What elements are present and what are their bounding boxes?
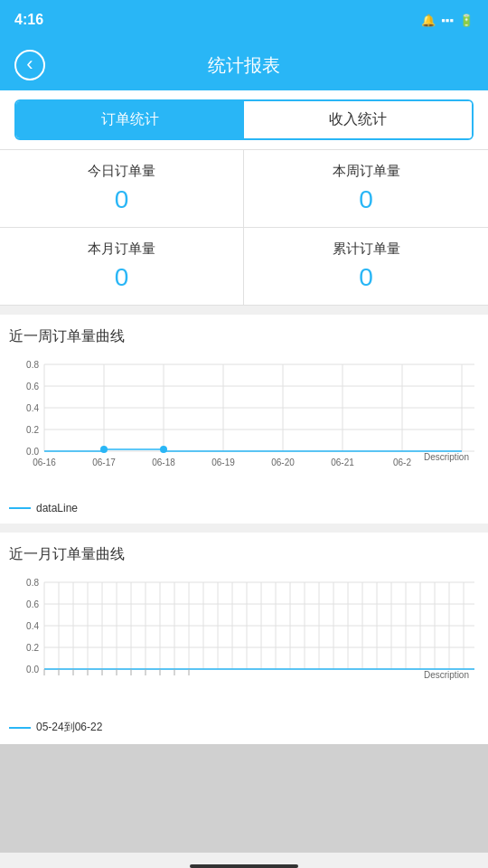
- svg-text:0.4: 0.4: [26, 621, 39, 631]
- battery-icon: 🔋: [459, 14, 474, 27]
- svg-text:06-18: 06-18: [152, 458, 175, 467]
- month-chart-title: 近一月订单量曲线: [9, 545, 479, 564]
- tab-bar: 订单统计 收入统计: [0, 90, 488, 150]
- tab-order-stats[interactable]: 订单统计: [16, 101, 244, 138]
- svg-text:06-16: 06-16: [33, 458, 56, 467]
- svg-text:0.2: 0.2: [26, 643, 39, 653]
- svg-text:06-21: 06-21: [331, 458, 354, 467]
- stat-week-label: 本周订单量: [253, 163, 479, 180]
- stat-week-value: 0: [253, 185, 479, 214]
- svg-text:0.0: 0.0: [26, 447, 39, 457]
- home-indicator: [0, 853, 488, 868]
- stat-total-label: 累计订单量: [253, 241, 479, 258]
- stat-month-value: 0: [9, 263, 234, 292]
- svg-text:0.0: 0.0: [26, 665, 39, 675]
- tab-revenue-stats[interactable]: 收入统计: [244, 101, 472, 138]
- home-bar: [190, 864, 298, 868]
- month-chart-section: 近一月订单量曲线 0.8 0.6 0.4 0.2 0.0: [0, 533, 488, 744]
- svg-text:06-2: 06-2: [393, 458, 411, 467]
- svg-point-19: [160, 446, 167, 453]
- svg-text:Description: Description: [424, 670, 469, 680]
- stat-today-value: 0: [9, 185, 234, 214]
- status-bar: 4:16 🔔 ▪▪▪ 🔋: [0, 0, 488, 40]
- page-title: 统计报表: [208, 53, 280, 78]
- back-button[interactable]: [14, 50, 45, 80]
- svg-text:0.8: 0.8: [26, 360, 39, 370]
- svg-text:0.6: 0.6: [26, 599, 39, 609]
- svg-text:0.6: 0.6: [26, 382, 39, 392]
- legend-line-month: [9, 727, 31, 729]
- month-chart-legend: 05-24到06-22: [9, 720, 479, 735]
- notification-icon: 🔔: [421, 14, 436, 27]
- week-chart-section: 近一周订单量曲线 0.8 0.6 0.4 0.2 0.0: [0, 315, 488, 524]
- svg-point-18: [100, 446, 108, 453]
- week-chart-title: 近一周订单量曲线: [9, 327, 479, 346]
- month-chart-svg: 0.8 0.6 0.4 0.2 0.0: [9, 571, 479, 698]
- stat-week-orders: 本周订单量 0: [244, 150, 488, 228]
- week-legend-label: dataLine: [36, 502, 78, 514]
- week-chart-legend: dataLine: [9, 502, 479, 514]
- svg-text:0.8: 0.8: [26, 578, 39, 588]
- stat-today-orders: 今日订单量 0: [0, 150, 244, 228]
- month-legend-label: 05-24到06-22: [36, 720, 102, 735]
- stat-month-orders: 本月订单量 0: [0, 228, 244, 305]
- week-chart-container: 0.8 0.6 0.4 0.2 0.0: [9, 354, 479, 498]
- wifi-icon: ▪▪▪: [441, 14, 454, 27]
- stat-total-value: 0: [253, 263, 479, 292]
- stats-grid: 今日订单量 0 本周订单量 0 本月订单量 0 累计订单量 0: [0, 150, 488, 306]
- svg-text:0.4: 0.4: [26, 403, 39, 413]
- stat-today-label: 今日订单量: [9, 163, 234, 180]
- bottom-area: [0, 744, 488, 853]
- stat-month-label: 本月订单量: [9, 241, 234, 258]
- header: 统计报表: [0, 40, 488, 90]
- svg-text:0.2: 0.2: [26, 425, 39, 435]
- legend-line-week: [9, 507, 31, 509]
- svg-text:06-17: 06-17: [92, 458, 116, 467]
- svg-text:06-20: 06-20: [271, 458, 295, 467]
- svg-text:Description: Description: [424, 452, 469, 462]
- status-time: 4:16: [14, 12, 43, 28]
- week-chart-svg: 0.8 0.6 0.4 0.2 0.0: [9, 354, 479, 480]
- status-icons: 🔔 ▪▪▪ 🔋: [421, 14, 474, 27]
- svg-text:06-19: 06-19: [211, 458, 235, 467]
- stat-total-orders: 累计订单量 0: [244, 228, 488, 305]
- tab-group: 订单统计 收入统计: [14, 99, 474, 140]
- month-chart-container: 0.8 0.6 0.4 0.2 0.0: [9, 571, 479, 716]
